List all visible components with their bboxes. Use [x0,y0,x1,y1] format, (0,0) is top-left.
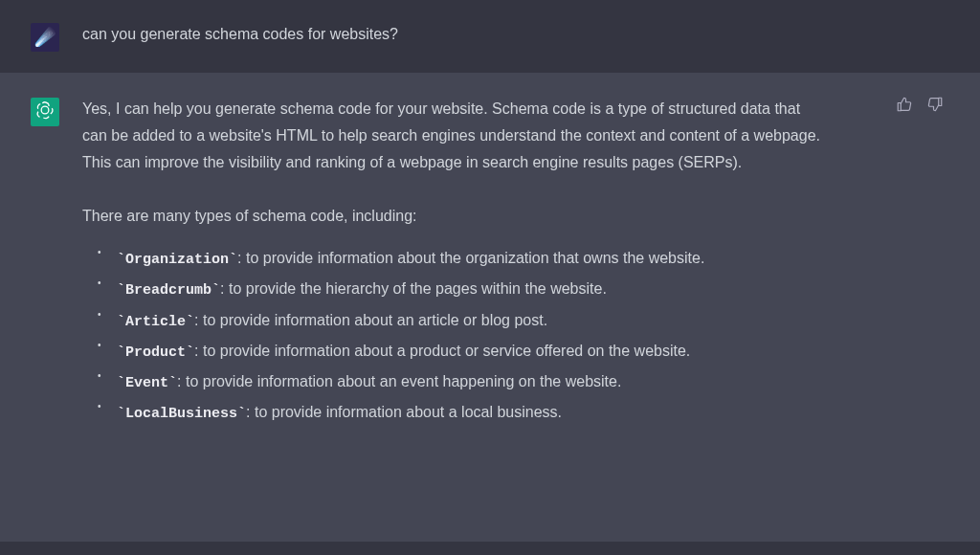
user-avatar: ☄️ [31,23,59,52]
assistant-message: Yes, I can help you generate schema code… [0,73,980,542]
assistant-content: Yes, I can help you generate schema code… [82,96,829,503]
assistant-lead: There are many types of schema code, inc… [82,203,829,230]
user-text: can you generate schema codes for websit… [82,21,398,52]
schema-list: `Organization`: to provide information a… [82,243,829,429]
thumbs-up-icon[interactable] [896,96,913,117]
assistant-avatar [31,98,59,126]
assistant-intro: Yes, I can help you generate schema code… [82,96,829,176]
list-item: `Product`: to provide information about … [94,336,829,366]
openai-logo-icon [34,100,56,125]
comet-icon: ☄️ [34,27,56,48]
thumbs-down-icon[interactable] [926,96,944,117]
list-item: `LocalBusiness`: to provide information … [94,397,829,428]
user-message: ☄️ can you generate schema codes for web… [0,0,980,73]
list-item: `Breadcrumb`: to provide the hierarchy o… [94,274,829,304]
list-item: `Organization`: to provide information a… [94,243,829,274]
list-item: `Event`: to provide information about an… [94,366,829,397]
svg-point-0 [41,106,49,114]
feedback-buttons [896,96,944,117]
list-item: `Article`: to provide information about … [94,305,829,336]
